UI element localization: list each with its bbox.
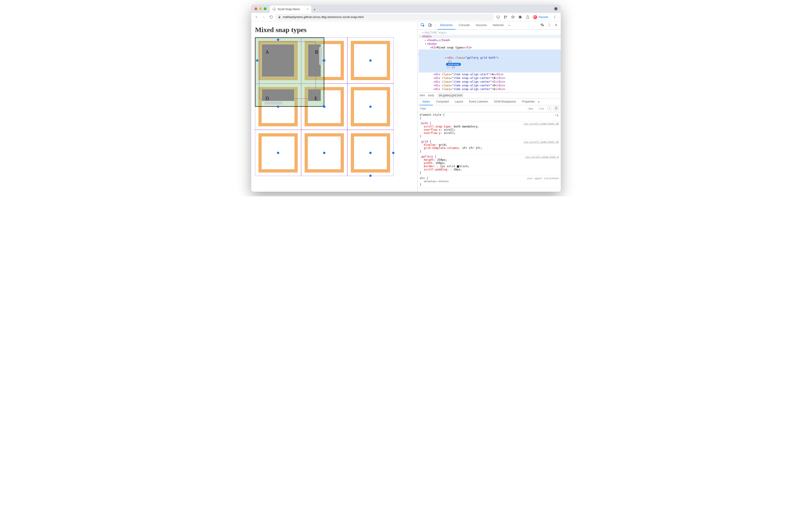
address-bar: mathiasbynens.github.io/css-dbg-stories/… bbox=[251, 13, 561, 21]
crumb[interactable]: body bbox=[428, 94, 434, 97]
device-icon[interactable] bbox=[495, 14, 501, 20]
rule-source-link: user agent stylesheet bbox=[527, 177, 559, 180]
styles-filter-input[interactable] bbox=[419, 107, 524, 111]
subtab-layout[interactable]: Layout bbox=[452, 98, 466, 105]
item-label: D bbox=[266, 96, 269, 101]
omnibox[interactable]: mathiasbynens.github.io/css-dbg-stories/… bbox=[275, 14, 494, 20]
cls-button[interactable]: .cls bbox=[536, 107, 546, 111]
page-content[interactable]: Mixed snap types bbox=[251, 21, 417, 192]
more-tabs-icon[interactable]: » bbox=[507, 24, 511, 27]
device-toolbar-icon[interactable] bbox=[427, 23, 433, 28]
browser-window: Scroll Snap Demo × + mathiasbynens.githu… bbox=[251, 5, 561, 192]
dom-node[interactable]: <div class="item snap-align-center">E</d… bbox=[419, 87, 561, 91]
reload-button[interactable] bbox=[268, 14, 274, 20]
dom-node[interactable]: <h3>Mixed snap types</h3> bbox=[419, 46, 561, 50]
tab-title: Scroll Snap Demo bbox=[278, 8, 300, 11]
grid-badge[interactable]: grid bbox=[446, 60, 454, 63]
labs-icon[interactable] bbox=[524, 14, 531, 20]
bookmark-star-icon[interactable] bbox=[510, 14, 516, 20]
subtab-computed[interactable]: Computed bbox=[433, 98, 452, 105]
scroll-snap-overlay: A B D E bbox=[255, 37, 394, 176]
rule-source-link[interactable]: css-scroll-snap.html:4 bbox=[525, 155, 559, 159]
svg-point-13 bbox=[549, 25, 550, 25]
style-rule[interactable]: css-scroll-snap.html:29 .both { scroll-s… bbox=[418, 121, 561, 140]
snap-item: A bbox=[262, 44, 294, 77]
rule-source-link[interactable]: css-scroll-snap.html:15 bbox=[524, 140, 559, 143]
close-devtools-icon[interactable] bbox=[553, 23, 559, 27]
kebab-menu-icon[interactable] bbox=[546, 23, 552, 27]
dom-node[interactable]: ▾<body> bbox=[419, 42, 561, 46]
rule-selector: .grid { bbox=[419, 140, 431, 143]
rule-source-link[interactable]: css-scroll-snap.html:29 bbox=[524, 122, 559, 125]
ellipsis-icon[interactable]: ⋯ bbox=[418, 53, 420, 56]
maximize-window-icon[interactable] bbox=[264, 7, 266, 10]
svg-rect-11 bbox=[430, 24, 432, 26]
dom-node[interactable]: <html> bbox=[419, 35, 561, 38]
settings-gear-icon[interactable] bbox=[539, 23, 546, 27]
svg-rect-4 bbox=[506, 17, 506, 18]
tab-console[interactable]: Console bbox=[456, 21, 472, 30]
close-window-icon[interactable] bbox=[255, 7, 257, 10]
rule-close: } bbox=[419, 116, 559, 120]
dom-node[interactable]: <div class="item snap-align-center">B</d… bbox=[419, 76, 561, 80]
qr-icon[interactable] bbox=[502, 14, 509, 20]
horizontal-scrollbar[interactable] bbox=[264, 102, 283, 105]
browser-tab[interactable]: Scroll Snap Demo × bbox=[270, 5, 311, 13]
style-rule[interactable]: css-scroll-snap.html:4 .gallery { height… bbox=[418, 154, 561, 176]
svg-rect-10 bbox=[428, 24, 431, 26]
dom-node[interactable]: ▸<head>…</head> bbox=[419, 38, 561, 42]
dom-node[interactable]: <div class="item snap-align-center">D</d… bbox=[419, 84, 561, 87]
tab-elements[interactable]: Elements bbox=[437, 21, 456, 30]
hov-button[interactable]: :hov bbox=[526, 107, 534, 111]
subtab-properties[interactable]: Properties bbox=[519, 98, 538, 105]
chrome-menu-icon[interactable] bbox=[551, 14, 558, 20]
lock-icon bbox=[278, 16, 281, 19]
scroll-snap-badge[interactable]: scroll-snap bbox=[446, 63, 461, 66]
minimize-window-icon[interactable] bbox=[259, 7, 262, 10]
svg-rect-5 bbox=[506, 18, 507, 19]
vertical-scrollbar[interactable] bbox=[319, 47, 322, 65]
extensions-icon[interactable] bbox=[517, 14, 524, 20]
styles-pane[interactable]: ᴬA element.style { } css-scroll-snap.htm… bbox=[418, 112, 561, 192]
rule-selector: element.style { bbox=[419, 113, 559, 116]
tab-close-icon[interactable]: × bbox=[307, 8, 309, 11]
expand-triangle-icon[interactable]: ▸ bbox=[451, 169, 452, 171]
font-size-icon[interactable]: ᴬA bbox=[555, 114, 558, 117]
dom-doctype: <!DOCTYPE html> bbox=[419, 31, 561, 35]
style-rule[interactable]: ᴬA element.style { } bbox=[418, 113, 561, 121]
inspect-icon[interactable] bbox=[419, 23, 426, 28]
expand-triangle-icon[interactable]: ▸ bbox=[437, 165, 438, 168]
tab-sources[interactable]: Sources bbox=[473, 21, 490, 30]
subtab-event-listeners[interactable]: Event Listeners bbox=[466, 98, 491, 105]
crumb-selected[interactable]: div.gallery.grid.both bbox=[437, 93, 464, 98]
tab-strip: Scroll Snap Demo × + bbox=[251, 5, 561, 13]
page-heading: Mixed snap types bbox=[255, 26, 414, 34]
dom-node-selected[interactable]: ⋯ ▾<div class="gallery grid both"> grid … bbox=[419, 50, 561, 73]
new-style-rule-button[interactable]: + bbox=[547, 107, 551, 111]
new-tab-button[interactable]: + bbox=[311, 6, 318, 13]
styles-subtabs: Styles Computed Layout Event Listeners D… bbox=[418, 98, 561, 105]
style-rule[interactable]: css-scroll-snap.html:15 .grid { display:… bbox=[418, 140, 561, 154]
profile-paused-chip[interactable]: Paused bbox=[532, 14, 551, 20]
devtools-main-tabs: Elements Console Sources Network » bbox=[418, 21, 561, 30]
toggle-sidebar-icon[interactable] bbox=[553, 106, 559, 111]
dom-node[interactable]: <div class="item snap-align-start">A</di… bbox=[419, 73, 561, 76]
forward-button[interactable] bbox=[261, 14, 267, 20]
tab-network[interactable]: Network bbox=[490, 21, 507, 30]
svg-point-12 bbox=[549, 24, 550, 24]
crumb[interactable]: html bbox=[419, 94, 425, 97]
style-rule[interactable]: user agent stylesheet div { display: blo… bbox=[418, 176, 561, 188]
subtab-styles[interactable]: Styles bbox=[419, 98, 433, 105]
item-label: B bbox=[315, 50, 318, 55]
grid-cell bbox=[301, 130, 347, 176]
color-swatch[interactable] bbox=[457, 165, 459, 168]
subtab-dom-breakpoints[interactable]: DOM Breakpoints bbox=[491, 98, 519, 105]
paused-label: Paused bbox=[539, 16, 548, 19]
dom-tree[interactable]: <!DOCTYPE html> <html> ▸<head>…</head> ▾… bbox=[418, 30, 561, 92]
dom-node[interactable]: <div class="item snap-align-center">C</d… bbox=[419, 80, 561, 84]
breadcrumb: html body div.gallery.grid.both bbox=[418, 92, 561, 98]
grid-cell bbox=[347, 37, 394, 84]
more-subtabs-icon[interactable]: » bbox=[538, 100, 540, 104]
avatar bbox=[533, 15, 537, 19]
back-button[interactable] bbox=[253, 14, 260, 20]
